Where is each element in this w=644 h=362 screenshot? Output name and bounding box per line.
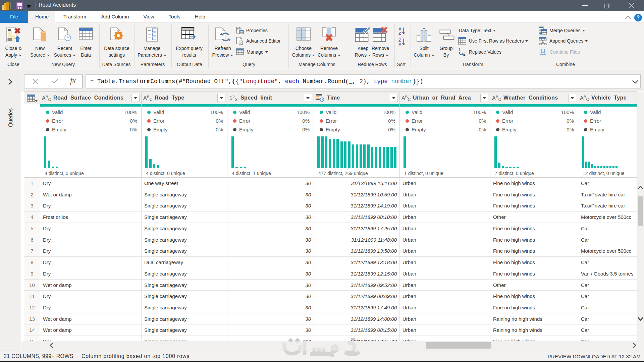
svg-text:A: A: [492, 95, 496, 101]
svg-text:A: A: [42, 95, 46, 101]
svg-text:C: C: [586, 97, 589, 102]
svg-text:B: B: [147, 95, 149, 99]
svg-text:3: 3: [235, 97, 237, 102]
svg-text:A: A: [398, 42, 401, 46]
svg-text:Z: Z: [398, 31, 401, 35]
svg-text:2: 2: [463, 52, 466, 56]
svg-text:1: 1: [229, 95, 232, 101]
svg-text:C: C: [408, 97, 411, 102]
svg-text:1: 1: [459, 48, 461, 52]
svg-text:A: A: [398, 27, 401, 32]
svg-text:A: A: [401, 95, 405, 101]
svg-text:B: B: [46, 95, 48, 99]
svg-text:B: B: [496, 95, 498, 99]
svg-text:A: A: [580, 95, 584, 101]
svg-text:C: C: [48, 97, 51, 102]
svg-text:Z: Z: [398, 38, 401, 43]
svg-text:C: C: [150, 97, 153, 102]
svg-text:B: B: [584, 95, 586, 99]
svg-text:2: 2: [233, 95, 235, 99]
svg-text:A: A: [143, 95, 147, 101]
svg-text:B: B: [405, 95, 408, 99]
svg-text:C: C: [498, 97, 501, 102]
